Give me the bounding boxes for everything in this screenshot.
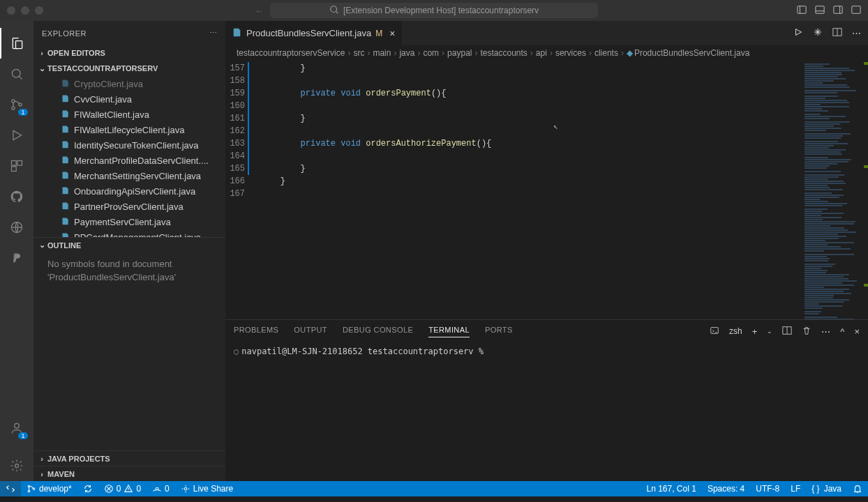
status-cursor[interactable]: Ln 167, Col 1 xyxy=(641,484,702,494)
status-eol[interactable]: LF xyxy=(785,484,806,494)
file-item[interactable]: PaymentServClient.java xyxy=(33,214,225,229)
code-line[interactable] xyxy=(260,188,800,200)
file-item[interactable]: CryptoClient.java xyxy=(33,76,225,91)
breadcrumb-item[interactable]: java xyxy=(399,48,414,58)
breadcrumb-item[interactable]: src xyxy=(353,48,364,58)
status-branch[interactable]: develop* xyxy=(21,484,77,494)
breadcrumb-item[interactable]: clients xyxy=(594,48,618,58)
activity-accounts[interactable]: 1 xyxy=(0,413,33,443)
status-indent[interactable]: Spaces: 4 xyxy=(702,484,750,494)
panel-tab-debug-console[interactable]: DEBUG CONSOLE xyxy=(343,326,413,337)
file-item[interactable]: IdentitySecureTokenClient.java xyxy=(33,137,225,153)
file-item[interactable]: PPCardManagementClient.java xyxy=(33,229,225,237)
customize-layout-icon[interactable] xyxy=(851,5,861,17)
activity-debug[interactable] xyxy=(0,120,33,151)
status-ports[interactable]: 0 xyxy=(147,484,175,494)
activity-extensions[interactable] xyxy=(0,151,33,181)
terminal-content[interactable]: ○navpatil@LM-SJN-21018652 testaccountrap… xyxy=(225,342,868,481)
activity-paypal[interactable] xyxy=(0,243,33,273)
code-line[interactable]: } xyxy=(260,62,800,75)
breadcrumb-item[interactable]: api xyxy=(536,48,547,58)
debug-config-icon[interactable] xyxy=(813,27,823,39)
tab-active[interactable]: ProductBundlesServClient.java M × xyxy=(225,21,403,45)
file-item[interactable]: PartnerProvServClient.java xyxy=(33,199,225,214)
file-name: FIWalletClient.java xyxy=(74,109,149,120)
close-icon[interactable]: × xyxy=(389,28,395,39)
file-item[interactable]: CvvClient.java xyxy=(33,91,225,107)
activity-github[interactable] xyxy=(0,181,33,212)
activity-remote-explorer[interactable] xyxy=(0,212,33,243)
shell-name[interactable]: zsh xyxy=(729,326,742,336)
more-icon[interactable]: ⋯ xyxy=(209,29,218,38)
panel-tab-output[interactable]: OUTPUT xyxy=(294,326,327,337)
file-tree[interactable]: CryptoClient.javaCvvClient.javaFIWalletC… xyxy=(33,76,225,237)
status-notifications[interactable] xyxy=(847,484,868,494)
project-header[interactable]: ⌄ TESTACCOUNTRAPTORSERV xyxy=(33,61,225,76)
split-terminal-icon[interactable] xyxy=(782,326,792,337)
breadcrumb-item[interactable]: paypal xyxy=(447,48,472,58)
breadcrumb[interactable]: testaccountraptorservService›src›main›ja… xyxy=(225,45,868,61)
code-line[interactable] xyxy=(260,150,800,162)
status-sync[interactable] xyxy=(77,484,98,494)
activity-settings[interactable] xyxy=(0,450,33,481)
split-editor-icon[interactable] xyxy=(832,27,842,39)
minimize-window[interactable] xyxy=(21,6,29,15)
status-language[interactable]: { }Java xyxy=(806,484,847,494)
breadcrumb-item[interactable]: com xyxy=(423,48,439,58)
close-panel-icon[interactable]: × xyxy=(854,326,860,337)
status-liveshare[interactable]: Live Share xyxy=(175,484,239,494)
more-icon[interactable]: ⋯ xyxy=(821,326,830,337)
file-item[interactable]: MerchantSettingServClient.java xyxy=(33,168,225,183)
close-window[interactable] xyxy=(7,6,15,15)
line-number: 167 xyxy=(225,188,249,200)
code-content[interactable]: } private void ordersPayment(){ } privat… xyxy=(260,61,800,319)
outline-header[interactable]: ⌄ OUTLINE xyxy=(33,237,225,252)
open-editors-header[interactable]: › OPEN EDITORS xyxy=(33,45,225,61)
command-center[interactable]: [Extension Development Host] testaccount… xyxy=(270,3,598,18)
breadcrumb-item[interactable]: testaccounts xyxy=(480,48,527,58)
code-line[interactable]: } xyxy=(260,175,800,188)
code-line[interactable]: } xyxy=(260,112,800,125)
toggle-sidebar-icon[interactable] xyxy=(797,5,807,17)
kill-terminal-icon[interactable] xyxy=(802,326,811,337)
status-encoding[interactable]: UTF-8 xyxy=(750,484,785,494)
maximize-icon[interactable]: ^ xyxy=(840,326,844,337)
breadcrumb-item[interactable]: ◆ProductBundlesServClient.java xyxy=(627,48,749,58)
zoom-window[interactable] xyxy=(35,6,43,15)
file-item[interactable]: FIWalletLifecycleClient.java xyxy=(33,122,225,137)
terminal-profile-icon[interactable] xyxy=(710,326,719,337)
minimap[interactable] xyxy=(800,61,861,319)
breadcrumb-item[interactable]: testaccountraptorservService xyxy=(237,48,345,58)
dropdown-icon[interactable]: ⌄ xyxy=(767,328,772,335)
java-projects-header[interactable]: › JAVA PROJECTS xyxy=(33,450,225,466)
breadcrumb-item[interactable]: services xyxy=(555,48,586,58)
run-icon[interactable] xyxy=(793,27,803,39)
code-line[interactable] xyxy=(260,100,800,112)
code-line[interactable] xyxy=(260,75,800,87)
file-item[interactable]: MerchantProfileDataServClient.... xyxy=(33,153,225,168)
status-problems[interactable]: 0 0 xyxy=(98,484,147,494)
code-editor[interactable]: 157158159160161162163164165166167 } priv… xyxy=(225,61,868,319)
breadcrumb-item[interactable]: main xyxy=(373,48,391,58)
new-terminal-icon[interactable]: + xyxy=(752,326,758,337)
activity-search[interactable] xyxy=(0,59,33,89)
file-item[interactable]: FIWalletClient.java xyxy=(33,107,225,122)
remote-indicator[interactable] xyxy=(0,481,21,496)
overview-ruler[interactable] xyxy=(861,61,868,319)
toggle-panel-icon[interactable] xyxy=(815,5,825,17)
maven-header[interactable]: › MAVEN xyxy=(33,466,225,481)
more-icon[interactable]: ⋯ xyxy=(852,28,861,38)
code-line[interactable]: private void ordersPayment(){ xyxy=(260,87,800,100)
file-item[interactable]: OnboardingApiServClient.java xyxy=(33,183,225,199)
code-line[interactable]: private void ordersAuthorizePayment(){ xyxy=(260,137,800,150)
panel-tab-problems[interactable]: PROBLEMS xyxy=(234,326,278,337)
file-name: PaymentServClient.java xyxy=(74,217,171,227)
panel-tab-ports[interactable]: PORTS xyxy=(485,326,513,337)
nav-back-icon[interactable]: ← xyxy=(255,6,264,16)
code-line[interactable] xyxy=(260,125,800,137)
activity-scm[interactable]: 1 xyxy=(0,89,33,120)
activity-explorer[interactable] xyxy=(0,28,33,59)
code-line[interactable]: } xyxy=(260,162,800,175)
toggle-secondary-icon[interactable] xyxy=(833,5,843,17)
panel-tab-terminal[interactable]: TERMINAL xyxy=(428,326,470,337)
